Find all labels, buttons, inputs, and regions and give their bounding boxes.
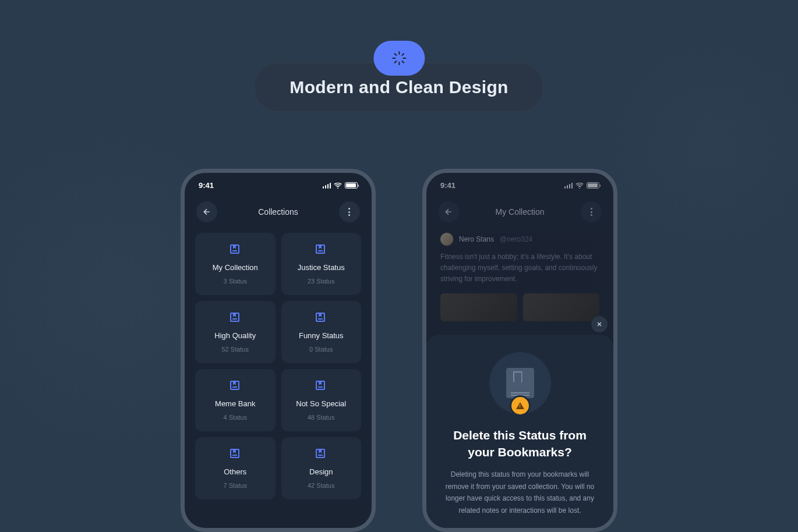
modal-close-button[interactable] bbox=[591, 316, 608, 332]
post-images bbox=[440, 293, 599, 321]
card-title: High Quality bbox=[201, 331, 270, 340]
card-subtitle: 42 Status bbox=[287, 482, 356, 489]
bookmark-icon bbox=[506, 368, 534, 398]
book-icon bbox=[230, 449, 239, 458]
phone-delete-modal: 9:41 My Collection Nero Stans @nero324 F… bbox=[422, 169, 617, 532]
collection-card[interactable]: Funny Status 0 Status bbox=[281, 301, 362, 363]
page-title: Modern and Clean Design bbox=[289, 77, 508, 97]
nav-bar: My Collection bbox=[426, 194, 613, 233]
wifi-icon bbox=[575, 183, 584, 189]
post: Nero Stans @nero324 Fitness isn't just a… bbox=[426, 233, 613, 321]
post-image bbox=[523, 293, 600, 321]
card-subtitle: 3 Status bbox=[201, 278, 270, 285]
delete-modal: Delete this Status from your Bookmarks? … bbox=[426, 335, 613, 528]
signal-icon bbox=[564, 183, 573, 189]
avatar bbox=[440, 233, 453, 246]
status-bar: 9:41 bbox=[426, 173, 613, 194]
collection-card[interactable]: High Quality 52 Status bbox=[195, 301, 276, 363]
battery-icon bbox=[587, 182, 599, 189]
book-icon bbox=[230, 381, 239, 390]
post-image bbox=[440, 293, 517, 321]
card-title: Funny Status bbox=[287, 331, 356, 340]
collection-card[interactable]: Design 42 Status bbox=[281, 437, 362, 499]
card-subtitle: 23 Status bbox=[287, 278, 356, 285]
back-button[interactable] bbox=[196, 201, 217, 222]
post-text: Fitness isn't just a hobby; it's a lifes… bbox=[440, 251, 599, 285]
book-icon bbox=[316, 244, 325, 254]
more-button[interactable] bbox=[339, 201, 360, 222]
card-subtitle: 52 Status bbox=[201, 346, 270, 353]
wifi-icon bbox=[334, 183, 342, 189]
arrow-left-icon bbox=[444, 207, 453, 217]
nav-title: My Collection bbox=[495, 207, 544, 217]
collection-card[interactable]: Others 7 Status bbox=[195, 437, 276, 499]
modal-icon bbox=[489, 352, 551, 414]
signal-icon bbox=[323, 183, 331, 189]
book-icon bbox=[316, 381, 325, 390]
book-icon bbox=[230, 244, 239, 254]
book-icon bbox=[316, 313, 325, 322]
battery-icon bbox=[345, 182, 358, 189]
phone-collections: 9:41 Collections My Collection 3 Status bbox=[181, 169, 376, 532]
collection-card[interactable]: My Collection 3 Status bbox=[195, 233, 276, 295]
book-icon bbox=[316, 449, 325, 458]
status-icons bbox=[564, 182, 600, 189]
close-icon bbox=[596, 321, 603, 328]
card-title: Not So Special bbox=[287, 399, 356, 408]
card-title: Meme Bank bbox=[201, 399, 270, 408]
card-title: Design bbox=[287, 467, 356, 476]
card-subtitle: 7 Status bbox=[201, 482, 270, 489]
collection-card[interactable]: Not So Special 48 Status bbox=[281, 369, 362, 431]
card-title: Justice Status bbox=[287, 263, 356, 272]
status-time: 9:41 bbox=[199, 181, 214, 190]
card-subtitle: 48 Status bbox=[287, 414, 356, 421]
spinner-icon bbox=[392, 51, 406, 65]
collection-card[interactable]: Meme Bank 4 Status bbox=[195, 369, 276, 431]
card-subtitle: 0 Status bbox=[287, 346, 356, 353]
post-handle: @nero324 bbox=[500, 235, 532, 243]
back-button[interactable] bbox=[438, 201, 459, 222]
book-icon bbox=[230, 313, 239, 322]
warning-icon bbox=[516, 402, 524, 409]
modal-title: Delete this Status from your Bookmarks? bbox=[440, 427, 599, 461]
nav-title: Collections bbox=[258, 207, 298, 217]
status-bar: 9:41 bbox=[185, 173, 372, 194]
card-title: My Collection bbox=[201, 263, 270, 272]
header: Modern and Clean Design bbox=[254, 41, 543, 112]
warning-badge bbox=[510, 395, 531, 416]
arrow-left-icon bbox=[202, 207, 211, 217]
status-time: 9:41 bbox=[440, 181, 456, 190]
card-subtitle: 4 Status bbox=[201, 414, 270, 421]
badge-icon bbox=[373, 41, 425, 76]
more-button[interactable] bbox=[581, 201, 602, 222]
collections-grid: My Collection 3 Status Justice Status 23… bbox=[185, 233, 372, 499]
dots-vertical-icon bbox=[591, 208, 592, 216]
modal-description: Deleting this status from your bookmarks… bbox=[440, 469, 599, 516]
status-icons bbox=[323, 182, 358, 189]
collection-card[interactable]: Justice Status 23 Status bbox=[281, 233, 362, 295]
nav-bar: Collections bbox=[185, 194, 372, 233]
card-title: Others bbox=[201, 467, 270, 476]
dots-vertical-icon bbox=[348, 208, 350, 216]
post-author: Nero Stans bbox=[459, 235, 494, 243]
